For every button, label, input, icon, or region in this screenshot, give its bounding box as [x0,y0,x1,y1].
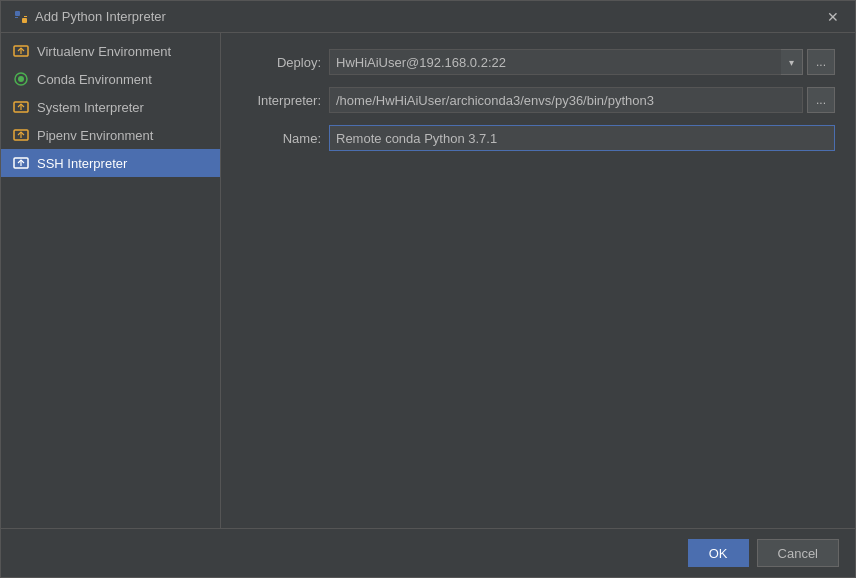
cancel-button[interactable]: Cancel [757,539,839,567]
content-area: Virtualenv Environment Conda Environment [1,33,855,528]
sidebar-item-pipenv[interactable]: Pipenv Environment [1,121,220,149]
name-input-group [329,125,835,151]
title-bar-left: Add Python Interpreter [13,9,166,25]
main-panel: Deploy: ▾ ... Interpreter: ... [221,33,855,528]
interpreter-browse-button[interactable]: ... [807,87,835,113]
name-input[interactable] [329,125,835,151]
pipenv-icon [13,127,29,143]
ok-button[interactable]: OK [688,539,749,567]
svg-rect-1 [22,18,27,23]
interpreter-label: Interpreter: [241,93,321,108]
deploy-browse-button[interactable]: ... [807,49,835,75]
interpreter-row: Interpreter: ... [241,87,835,113]
interpreter-input[interactable] [329,87,803,113]
sidebar-item-system[interactable]: System Interpreter [1,93,220,121]
system-icon [13,99,29,115]
name-label: Name: [241,131,321,146]
title-bar: Add Python Interpreter ✕ [1,1,855,33]
close-button[interactable]: ✕ [823,7,843,27]
svg-rect-3 [24,16,27,17]
conda-label: Conda Environment [37,72,152,87]
dialog: Add Python Interpreter ✕ Virtualenv Envi… [0,0,856,578]
system-label: System Interpreter [37,100,144,115]
sidebar-item-virtualenv[interactable]: Virtualenv Environment [1,37,220,65]
virtualenv-label: Virtualenv Environment [37,44,171,59]
deploy-dropdown-wrapper: ▾ [329,49,803,75]
svg-rect-2 [15,17,18,18]
dialog-title: Add Python Interpreter [35,9,166,24]
bottom-bar: OK Cancel [1,528,855,577]
svg-point-7 [18,76,24,82]
sidebar-item-conda[interactable]: Conda Environment [1,65,220,93]
python-icon [13,9,29,25]
ssh-label: SSH Interpreter [37,156,127,171]
pipenv-label: Pipenv Environment [37,128,153,143]
spacer [241,163,835,512]
deploy-label: Deploy: [241,55,321,70]
svg-rect-0 [15,11,20,16]
deploy-input-group: ▾ ... [329,49,835,75]
deploy-dropdown-arrow[interactable]: ▾ [781,49,803,75]
interpreter-input-group: ... [329,87,835,113]
deploy-input[interactable] [329,49,803,75]
deploy-row: Deploy: ▾ ... [241,49,835,75]
ssh-icon [13,155,29,171]
sidebar: Virtualenv Environment Conda Environment [1,33,221,528]
virtualenv-icon [13,43,29,59]
sidebar-item-ssh[interactable]: SSH Interpreter [1,149,220,177]
conda-icon [13,71,29,87]
name-row: Name: [241,125,835,151]
